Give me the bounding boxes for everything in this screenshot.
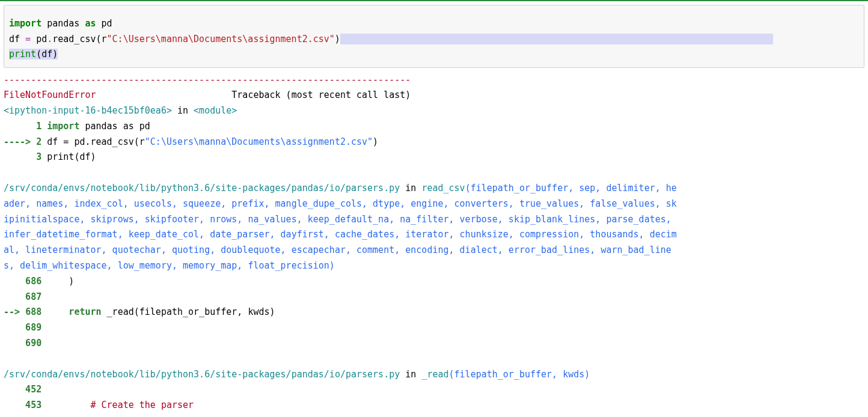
- line-number-1: 1: [4, 121, 47, 132]
- code-input-cell[interactable]: import pandas as pd df = pd.read_csv(r"C…: [4, 5, 864, 68]
- traceback-label: Traceback (most recent call last): [96, 90, 411, 100]
- traceback-output: ----------------------------------------…: [4, 73, 864, 414]
- frame-func-1: read_csv: [421, 183, 465, 193]
- arrow-line-2: ----> 2: [4, 136, 47, 147]
- line-number-452: 452: [4, 384, 41, 395]
- code-line-2: df = pd.read_csv(r"C:\Users\manna\Docume…: [9, 34, 773, 44]
- line-number-690: 690: [4, 338, 41, 349]
- code-line-1: import pandas as pd: [9, 18, 112, 29]
- error-name: FileNotFoundError: [4, 90, 96, 100]
- ipython-input-ref: <ipython-input-16-b4ec15bf0ea6>: [4, 105, 172, 116]
- line-number-687: 687: [4, 291, 41, 302]
- arrow-line-688: -->: [4, 306, 25, 317]
- frame-func-2: _read: [421, 369, 448, 380]
- code-line-3: print(df): [9, 49, 58, 59]
- keyword-import: import: [9, 18, 41, 29]
- line-number-3: 3: [4, 151, 47, 162]
- frame-path-2: /srv/conda/envs/notebook/lib/python3.6/s…: [4, 369, 400, 380]
- keyword-as: as: [85, 18, 96, 29]
- line-number-689: 689: [4, 322, 41, 333]
- frame-path-1: /srv/conda/envs/notebook/lib/python3.6/s…: [4, 183, 400, 193]
- module-tag: <module>: [194, 105, 237, 116]
- selection-highlight: [340, 34, 773, 44]
- line-number-686: 686: [4, 276, 41, 287]
- line-number-453: 453: [4, 400, 41, 410]
- traceback-divider: ----------------------------------------…: [4, 75, 411, 85]
- builtin-print: print: [9, 49, 36, 59]
